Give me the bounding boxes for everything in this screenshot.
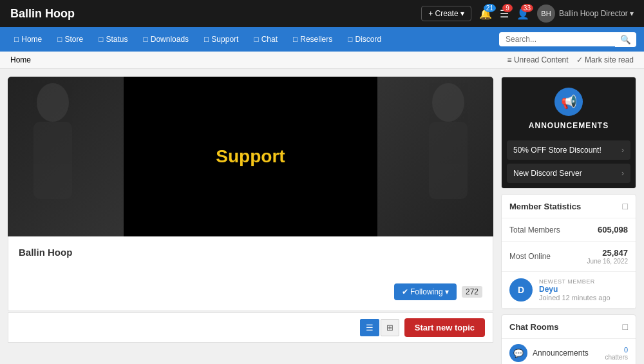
total-members-value: 605,098	[598, 225, 628, 235]
member-statistics-widget: Member Statistics □ Total Members 605,09…	[501, 194, 636, 309]
newest-member-avatar: D	[509, 278, 533, 302]
most-online-value: 25,847	[587, 248, 628, 258]
newest-member-tag: NEWEST MEMBER	[539, 278, 628, 285]
chat-room-announcements[interactable]: 💬 Announcements 0 chatters	[502, 339, 636, 364]
grid-view-button[interactable]: ⊞	[381, 319, 399, 336]
user-menu[interactable]: BH Ballin Hoop Director ▾	[537, 5, 634, 23]
announce-item-2[interactable]: New Discord Server ›	[507, 164, 630, 183]
most-online-label: Most Online	[509, 252, 551, 261]
chat-room-icon-1: 💬	[509, 344, 527, 362]
announce-icon: 📢	[554, 88, 583, 116]
forum-title: Ballin Hoop	[19, 247, 482, 258]
notif-count-3: 33	[521, 4, 533, 12]
hero-bg-left	[8, 77, 124, 236]
nav-resellers[interactable]: □ Resellers	[287, 31, 339, 48]
site-logo: Ballin Hoop	[10, 7, 75, 21]
bottom-toolbar: ☰ ⊞ Start new topic	[8, 312, 493, 343]
chat-room-left-1: 💬 Announcements	[509, 344, 589, 362]
newest-member-name[interactable]: Deyu	[539, 285, 628, 294]
mark-read-link[interactable]: ✓ Mark site read	[576, 55, 634, 64]
nav-store[interactable]: □ Store	[51, 31, 90, 48]
expand-icon[interactable]: □	[623, 201, 628, 211]
hero-banner: Support	[8, 77, 493, 236]
announcements-list: 50% OFF Store Discount! › New Discord Se…	[502, 140, 636, 188]
breadcrumb-actions: ≡ Unread Content ✓ Mark site read	[507, 55, 634, 64]
forum-footer: ✔ Following ▾ 272	[19, 283, 482, 300]
nav-home[interactable]: □ Home	[8, 31, 48, 48]
announce-arrow-2: ›	[621, 169, 624, 178]
nav-downloads[interactable]: □ Downloads	[137, 31, 195, 48]
search-input[interactable]	[499, 32, 615, 46]
user-label: Ballin Hoop Director ▾	[559, 9, 634, 18]
chat-rooms-title: Chat Rooms	[509, 322, 559, 332]
most-online-row: Most Online 25,847 June 16, 2022	[502, 242, 636, 272]
list-view-button[interactable]: ☰	[360, 319, 379, 336]
nav-chat[interactable]: □ Chat	[247, 31, 284, 48]
search-button[interactable]: 🔍	[615, 32, 636, 47]
check-icon: ✓	[576, 55, 583, 64]
announcements-widget: 📢 ANNOUNCEMENTS 50% OFF Store Discount! …	[501, 77, 636, 189]
breadcrumb-bar: Home ≡ Unread Content ✓ Mark site read	[0, 52, 644, 69]
svg-point-0	[37, 83, 69, 122]
header-left: Ballin Hoop	[10, 7, 75, 21]
announce-arrow-1: ›	[621, 146, 624, 155]
main-layout: Support Ballin Hoop ✔ Following ▾ 272 ☰ …	[0, 69, 644, 364]
left-content: Support Ballin Hoop ✔ Following ▾ 272 ☰ …	[8, 77, 493, 343]
view-toggle: ☰ ⊞	[360, 319, 399, 336]
notification-bell[interactable]: 🔔 21	[479, 8, 492, 20]
announce-item-1[interactable]: 50% OFF Store Discount! ›	[507, 140, 630, 160]
list-icon: ≡	[507, 55, 512, 64]
chat-room-name-1: Announcements	[533, 349, 589, 358]
follower-count: 272	[462, 286, 482, 298]
newest-member-joined: Joined 12 minutes ago	[539, 294, 628, 302]
announcements-title: ANNOUNCEMENTS	[529, 121, 609, 130]
newest-member-row: D NEWEST MEMBER Deyu Joined 12 minutes a…	[502, 272, 636, 309]
notification-list[interactable]: ☰ 9	[500, 8, 509, 20]
chat-rooms-widget: Chat Rooms □ 💬 Announcements 0 chatters …	[501, 314, 636, 364]
hero-bg-right	[377, 77, 493, 236]
member-stats-title: Member Statistics	[509, 202, 581, 211]
chat-count-1: 0	[605, 346, 628, 354]
following-button[interactable]: ✔ Following ▾	[394, 283, 457, 300]
megaphone-icon: 📢	[561, 94, 577, 110]
nav-discord[interactable]: □ Discord	[341, 31, 388, 48]
notif-count-1: 21	[484, 4, 496, 12]
top-header: Ballin Hoop + Create ▾ 🔔 21 ☰ 9 👤 33 BH …	[0, 0, 644, 27]
nav-support[interactable]: □ Support	[198, 31, 245, 48]
hero-banner-text: Support	[216, 146, 285, 167]
header-right: + Create ▾ 🔔 21 ☰ 9 👤 33 BH Ballin Hoop …	[421, 5, 634, 23]
avatar: BH	[537, 5, 555, 23]
chat-expand-icon[interactable]: □	[623, 321, 628, 332]
most-online-date: June 16, 2022	[587, 258, 628, 265]
search-container: 🔍	[499, 32, 636, 47]
right-sidebar: 📢 ANNOUNCEMENTS 50% OFF Store Discount! …	[501, 77, 636, 364]
create-button[interactable]: + Create ▾	[421, 6, 471, 21]
total-members-row: Total Members 605,098	[502, 218, 636, 242]
announcements-header: 📢 ANNOUNCEMENTS	[502, 77, 636, 140]
newest-member-info: NEWEST MEMBER Deyu Joined 12 minutes ago	[539, 278, 628, 302]
chat-rooms-header: Chat Rooms □	[502, 315, 636, 339]
member-stats-header: Member Statistics □	[502, 195, 636, 218]
breadcrumb-home[interactable]: Home	[10, 55, 31, 64]
forum-section: Ballin Hoop ✔ Following ▾ 272	[8, 236, 493, 311]
svg-point-2	[432, 83, 464, 122]
total-members-label: Total Members	[509, 225, 560, 235]
unread-content-link[interactable]: ≡ Unread Content	[507, 55, 569, 64]
svg-rect-1	[33, 122, 72, 199]
notif-count-2: 9	[502, 4, 513, 12]
notification-user[interactable]: 👤 33	[516, 8, 529, 20]
start-topic-button[interactable]: Start new topic	[404, 318, 485, 337]
nav-status[interactable]: □ Status	[92, 31, 134, 48]
chat-count-label-1: chatters	[605, 354, 628, 361]
svg-rect-3	[429, 122, 468, 199]
nav-bar: □ Home □ Store □ Status □ Downloads □ Su…	[0, 27, 644, 52]
